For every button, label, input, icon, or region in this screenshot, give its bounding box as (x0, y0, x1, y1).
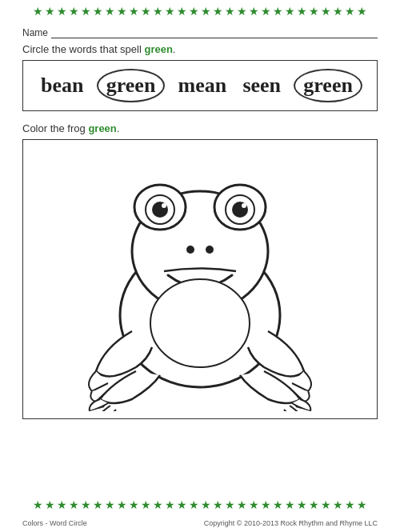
star-icon: ★ (285, 5, 295, 18)
star-icon: ★ (57, 5, 67, 18)
star-icon: ★ (93, 498, 103, 511)
star-icon: ★ (177, 5, 187, 18)
star-icon: ★ (57, 498, 67, 511)
word-green-1: green (97, 69, 166, 102)
star-icon: ★ (249, 498, 259, 511)
star-icon: ★ (309, 5, 319, 18)
frog-instruction-suffix: . (117, 122, 120, 134)
star-icon: ★ (225, 5, 235, 18)
star-icon: ★ (69, 498, 79, 511)
star-icon: ★ (189, 498, 199, 511)
star-icon: ★ (93, 5, 103, 18)
star-icon: ★ (45, 498, 55, 511)
star-icon: ★ (129, 498, 139, 511)
section2-instruction: Color the frog green. (22, 122, 378, 134)
star-icon: ★ (81, 5, 91, 18)
svg-point-11 (206, 246, 214, 254)
star-icon: ★ (165, 498, 175, 511)
star-icon: ★ (237, 5, 247, 18)
star-icon: ★ (45, 5, 55, 18)
star-icon: ★ (261, 498, 271, 511)
star-icon: ★ (297, 498, 307, 511)
star-icon: ★ (333, 498, 343, 511)
frog-coloring-box (22, 139, 378, 419)
star-icon: ★ (177, 498, 187, 511)
star-icon: ★ (153, 5, 163, 18)
star-icon: ★ (141, 498, 151, 511)
star-icon: ★ (201, 5, 211, 18)
star-icon: ★ (129, 5, 139, 18)
star-icon: ★ (249, 5, 259, 18)
name-line: Name (22, 27, 378, 38)
star-icon: ★ (189, 5, 199, 18)
word-green-2: green (294, 69, 362, 102)
star-icon: ★ (345, 5, 355, 18)
word-seen: seen (239, 72, 284, 99)
star-icon: ★ (105, 498, 115, 511)
copyright: Copyright © 2010-2013 Rock Rhythm and Rh… (204, 519, 378, 527)
star-icon: ★ (225, 498, 235, 511)
svg-point-10 (186, 246, 194, 254)
section1-instruction: Circle the words that spell green. (22, 43, 378, 55)
star-icon: ★ (261, 5, 271, 18)
star-icon: ★ (357, 498, 367, 511)
frog-instruction-green-word: green (88, 122, 116, 134)
star-icon: ★ (213, 5, 223, 18)
star-icon: ★ (165, 5, 175, 18)
star-icon: ★ (297, 5, 307, 18)
star-icon: ★ (153, 498, 163, 511)
svg-point-12 (150, 279, 250, 367)
name-input-line[interactable] (51, 27, 378, 38)
star-icon: ★ (357, 5, 367, 18)
star-icon: ★ (141, 5, 151, 18)
star-icon: ★ (309, 498, 319, 511)
word-bean: bean (38, 72, 86, 99)
star-icon: ★ (33, 5, 43, 18)
instruction-green-word: green (144, 43, 172, 55)
svg-point-9 (242, 203, 246, 208)
star-icon: ★ (213, 498, 223, 511)
star-icon: ★ (201, 498, 211, 511)
star-icon: ★ (81, 498, 91, 511)
page-title: Colors - Word Circle (22, 519, 87, 527)
star-icon: ★ (333, 5, 343, 18)
frog-illustration (72, 147, 328, 411)
words-box: bean green mean seen green (22, 60, 378, 111)
name-label: Name (22, 27, 48, 38)
star-icon: ★ (237, 498, 247, 511)
page: ★ ★ ★ ★ ★ ★ ★ ★ ★ ★ ★ ★ ★ ★ ★ ★ ★ ★ ★ ★ … (0, 0, 400, 532)
instruction-suffix: . (173, 43, 176, 55)
frog-instruction-prefix: Color the frog (22, 122, 88, 134)
star-icon: ★ (117, 498, 127, 511)
star-icon: ★ (321, 5, 331, 18)
star-icon: ★ (117, 5, 127, 18)
star-border-top: ★ ★ ★ ★ ★ ★ ★ ★ ★ ★ ★ ★ ★ ★ ★ ★ ★ ★ ★ ★ … (22, 0, 378, 21)
footer: Colors - Word Circle Copyright © 2010-20… (22, 519, 378, 527)
star-icon: ★ (105, 5, 115, 18)
star-icon: ★ (273, 498, 283, 511)
star-icon: ★ (345, 498, 355, 511)
star-icon: ★ (273, 5, 283, 18)
star-border-bottom: ★ ★ ★ ★ ★ ★ ★ ★ ★ ★ ★ ★ ★ ★ ★ ★ ★ ★ ★ ★ … (0, 494, 400, 514)
svg-point-6 (162, 203, 166, 208)
star-icon: ★ (321, 498, 331, 511)
star-icon: ★ (33, 498, 43, 511)
word-mean: mean (175, 72, 230, 99)
instruction-prefix: Circle the words that spell (22, 43, 144, 55)
star-icon: ★ (69, 5, 79, 18)
star-icon: ★ (285, 498, 295, 511)
